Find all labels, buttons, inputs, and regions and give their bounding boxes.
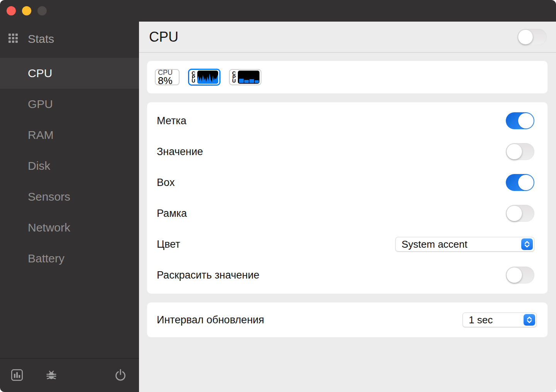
bar-chart-icon [10,368,24,383]
quit-button[interactable] [114,368,127,383]
power-icon [114,368,127,383]
setting-row-box: Box [157,167,534,198]
sidebar-item-cpu[interactable]: CPU [0,58,139,89]
sidebar: Stats CPU GPU RAM Disk Sensors Network B… [0,0,139,392]
app-header: Stats [8,32,139,46]
toggle-knob [507,267,522,283]
toggle-knob [518,113,534,128]
setting-row-value: Значение [157,136,534,167]
settings-card: Метка Значение Box Рамка Цвет [147,102,548,294]
content: CPU 8% CPU CPU [139,53,556,392]
main-header: CPU [139,22,556,53]
grid-icon [8,34,18,44]
bug-icon [45,368,58,383]
activity-button[interactable] [10,368,24,383]
line-chart-icon [197,71,218,84]
setting-label: Box [157,177,175,189]
main-panel: CPU CPU 8% CPU [139,0,556,392]
setting-label: Цвет [157,238,180,250]
setting-row-colorize-value: Раскрасить значение [157,260,534,291]
widget-preview-mini[interactable]: CPU 8% [155,69,180,85]
box-toggle[interactable] [506,174,534,191]
widget-mini-value: 8% [158,76,173,85]
sidebar-nav: CPU GPU RAM Disk Sensors Network Battery [0,58,139,274]
widget-preview-bar-chart[interactable]: CPU [229,69,261,85]
interval-card: Интервал обновления 1 sec [147,302,548,337]
setting-row-frame: Рамка [157,198,534,229]
widget-preview-line-chart[interactable]: CPU [188,69,220,86]
toggle-knob [507,206,522,221]
sidebar-item-disk[interactable]: Disk [0,150,139,181]
colorize-value-toggle[interactable] [506,267,534,284]
toggle-knob [518,30,533,44]
setting-row-label: Метка [157,105,534,136]
widget-preview-card: CPU 8% CPU CPU [147,61,548,93]
setting-label: Значение [157,146,203,158]
select-stepper-icon [524,314,535,326]
sidebar-footer [0,358,139,392]
interval-select-value: 1 sec [469,314,493,326]
color-select-value: System accent [402,238,468,250]
bug-report-button[interactable] [45,368,58,383]
titlebar [139,0,556,22]
setting-label: Рамка [157,208,187,220]
setting-row-color: Цвет System accent [157,229,534,260]
widget-bar-chart-label: CPU [232,71,236,83]
widget-line-chart-label: CPU [191,71,196,83]
traffic-lights [0,0,139,15]
sidebar-item-battery[interactable]: Battery [0,243,139,274]
interval-select[interactable]: 1 sec [463,313,537,327]
zoom-button[interactable] [37,6,47,15]
value-toggle[interactable] [506,143,534,160]
close-button[interactable] [7,6,16,15]
color-select[interactable]: System accent [395,237,534,252]
toggle-knob [507,144,522,159]
setting-label: Раскрасить значение [157,269,259,281]
sidebar-item-network[interactable]: Network [0,212,139,243]
bar-chart-widget-icon [238,71,259,84]
sidebar-item-gpu[interactable]: GPU [0,89,139,120]
minimize-button[interactable] [22,6,31,15]
select-stepper-icon [521,238,533,250]
frame-toggle[interactable] [506,205,534,222]
sidebar-item-sensors[interactable]: Sensors [0,181,139,212]
sidebar-item-ram[interactable]: RAM [0,120,139,150]
interval-label: Интервал обновления [157,314,264,326]
app-title: Stats [28,32,54,46]
page-title: CPU [149,29,178,45]
stats-preferences-window: Stats CPU GPU RAM Disk Sensors Network B… [0,0,556,392]
module-enable-toggle[interactable] [517,29,547,45]
toggle-knob [518,175,534,190]
label-toggle[interactable] [506,112,534,129]
setting-label: Метка [157,115,186,127]
